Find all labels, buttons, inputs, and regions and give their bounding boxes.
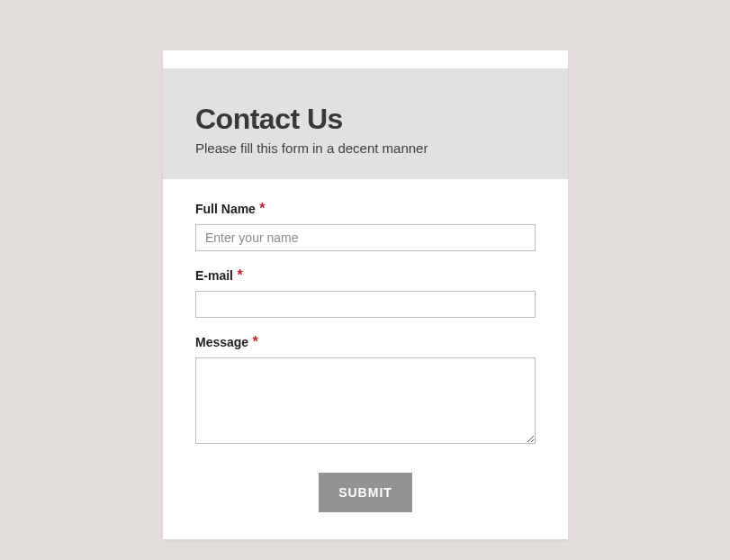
required-indicator: * — [259, 201, 265, 216]
full-name-input[interactable] — [195, 224, 536, 251]
card-header: Contact Us Please fill this form in a de… — [163, 68, 568, 179]
required-indicator: * — [253, 334, 258, 349]
message-textarea[interactable] — [195, 357, 536, 444]
form-group-message: Message * — [195, 334, 536, 447]
card-body: Full Name * E-mail * Message * SUBMIT — [163, 179, 568, 539]
required-indicator: * — [237, 267, 242, 283]
message-label-text: Message — [195, 335, 248, 349]
submit-row: SUBMIT — [195, 473, 536, 512]
page-subtitle: Please fill this form in a decent manner — [195, 140, 536, 156]
page-title: Contact Us — [195, 104, 536, 133]
full-name-label-text: Full Name — [195, 202, 256, 216]
email-label-text: E-mail — [195, 268, 233, 283]
contact-card: Contact Us Please fill this form in a de… — [163, 50, 568, 539]
form-group-full-name: Full Name * — [195, 201, 536, 251]
submit-button[interactable]: SUBMIT — [319, 473, 412, 512]
message-label: Message * — [195, 334, 258, 349]
email-label: E-mail * — [195, 267, 243, 283]
form-group-email: E-mail * — [195, 267, 536, 318]
email-input[interactable] — [195, 291, 536, 318]
full-name-label: Full Name * — [195, 201, 266, 216]
